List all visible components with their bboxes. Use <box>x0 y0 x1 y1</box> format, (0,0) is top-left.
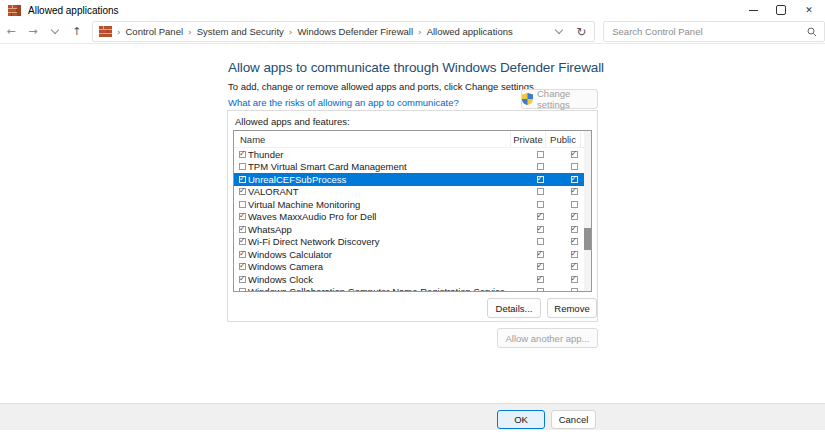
breadcrumb-item-system-security[interactable]: System and Security <box>197 26 284 37</box>
private-checkbox[interactable] <box>537 151 544 158</box>
app-enabled-checkbox[interactable] <box>239 276 246 283</box>
app-name: Virtual Machine Monitoring <box>248 199 360 210</box>
list-scrollbar[interactable] <box>584 131 591 291</box>
app-list-row[interactable]: UnrealCEFSubProcess <box>234 173 591 186</box>
remove-button[interactable]: Remove <box>547 298 597 318</box>
breadcrumb-item-allowed-apps[interactable]: Allowed applications <box>427 26 513 37</box>
risks-link[interactable]: What are the risks of allowing an app to… <box>228 97 459 108</box>
ok-button[interactable]: OK <box>497 410 545 429</box>
app-list-row[interactable]: Windows Collaboration Computer Name Regi… <box>234 286 591 293</box>
app-enabled-checkbox[interactable] <box>239 226 246 233</box>
public-checkbox[interactable] <box>571 288 578 292</box>
app-enabled-checkbox[interactable] <box>239 238 246 245</box>
minimize-icon <box>749 10 758 11</box>
private-checkbox[interactable] <box>537 226 544 233</box>
window-title: Allowed applications <box>28 5 119 16</box>
app-list-row[interactable]: Windows Calculator <box>234 248 591 261</box>
app-enabled-checkbox[interactable] <box>239 176 246 183</box>
app-list-row[interactable]: VALORANT <box>234 186 591 199</box>
change-settings-button[interactable]: Change settings <box>521 89 598 109</box>
app-name: TPM Virtual Smart Card Management <box>248 161 407 172</box>
breadcrumb-separator: › <box>289 27 293 37</box>
app-enabled-checkbox[interactable] <box>239 163 246 170</box>
refresh-button[interactable]: ↻ <box>576 25 586 39</box>
allow-another-app-button[interactable]: Allow another app... <box>497 328 598 348</box>
app-list-row[interactable]: Windows Clock <box>234 273 591 286</box>
breadcrumb-separator: › <box>418 27 422 37</box>
public-checkbox[interactable] <box>571 176 578 183</box>
app-name: Thunder <box>248 149 283 160</box>
app-list-row[interactable]: Windows Camera <box>234 261 591 274</box>
app-enabled-checkbox[interactable] <box>239 263 246 270</box>
page-description: To add, change or remove allowed apps an… <box>228 81 536 92</box>
app-enabled-checkbox[interactable] <box>239 288 246 292</box>
app-list-row[interactable]: Thunder <box>234 148 591 161</box>
public-checkbox[interactable] <box>571 163 578 170</box>
private-checkbox[interactable] <box>537 163 544 170</box>
address-dropdown-button[interactable] <box>556 26 562 37</box>
allowed-apps-list[interactable]: Name Private Public Thunder TPM Virtual … <box>233 130 592 292</box>
column-header-public[interactable]: Public <box>546 131 581 147</box>
cancel-button[interactable]: Cancel <box>551 410 596 429</box>
up-button[interactable]: ↑ <box>66 25 88 38</box>
private-checkbox[interactable] <box>537 213 544 220</box>
app-list-row[interactable]: WhatsApp <box>234 223 591 236</box>
public-checkbox[interactable] <box>571 201 578 208</box>
app-list-row[interactable]: Waves MaxxAudio Pro for Dell <box>234 211 591 224</box>
search-icon <box>807 27 817 37</box>
app-name: Windows Collaboration Computer Name Regi… <box>248 286 505 292</box>
search-input[interactable] <box>604 26 807 37</box>
search-box[interactable] <box>603 21 825 42</box>
public-checkbox[interactable] <box>571 238 578 245</box>
page-title: Allow apps to communicate through Window… <box>228 60 604 75</box>
chevron-down-icon <box>555 26 563 34</box>
public-checkbox[interactable] <box>571 263 578 270</box>
public-checkbox[interactable] <box>571 213 578 220</box>
app-list-row[interactable]: Virtual Machine Monitoring <box>234 198 591 211</box>
app-enabled-checkbox[interactable] <box>239 188 246 195</box>
breadcrumb-separator: › <box>188 27 192 37</box>
app-list-row[interactable]: Wi-Fi Direct Network Discovery <box>234 236 591 249</box>
uac-shield-icon <box>522 93 533 105</box>
minimize-button[interactable] <box>739 0 767 20</box>
list-header: Name Private Public <box>234 131 591 148</box>
breadcrumb-item-control-panel[interactable]: Control Panel <box>125 26 183 37</box>
app-name: Waves MaxxAudio Pro for Dell <box>248 211 376 222</box>
breadcrumb-item-firewall[interactable]: Windows Defender Firewall <box>297 26 413 37</box>
change-settings-label: Change settings <box>537 88 597 110</box>
private-checkbox[interactable] <box>537 201 544 208</box>
recent-pages-button[interactable] <box>44 25 66 38</box>
private-checkbox[interactable] <box>537 176 544 183</box>
app-enabled-checkbox[interactable] <box>239 201 246 208</box>
maximize-icon <box>776 5 786 15</box>
app-list-row[interactable]: TPM Virtual Smart Card Management <box>234 161 591 174</box>
navigation-bar: ← → ↑ › Control Panel › System and Secur… <box>0 20 825 44</box>
app-enabled-checkbox[interactable] <box>239 251 246 258</box>
app-enabled-checkbox[interactable] <box>239 213 246 220</box>
app-name: Wi-Fi Direct Network Discovery <box>248 236 379 247</box>
private-checkbox[interactable] <box>537 188 544 195</box>
private-checkbox[interactable] <box>537 238 544 245</box>
scrollbar-thumb[interactable] <box>584 228 591 250</box>
close-icon: ✕ <box>805 5 813 15</box>
public-checkbox[interactable] <box>571 188 578 195</box>
app-enabled-checkbox[interactable] <box>239 151 246 158</box>
private-checkbox[interactable] <box>537 251 544 258</box>
close-button[interactable]: ✕ <box>795 0 823 20</box>
private-checkbox[interactable] <box>537 263 544 270</box>
public-checkbox[interactable] <box>571 251 578 258</box>
forward-button[interactable]: → <box>22 25 44 38</box>
back-button[interactable]: ← <box>0 25 22 38</box>
public-checkbox[interactable] <box>571 226 578 233</box>
column-header-name[interactable]: Name <box>234 131 511 147</box>
firewall-breadcrumb-icon <box>99 26 112 37</box>
public-checkbox[interactable] <box>571 151 578 158</box>
public-checkbox[interactable] <box>571 276 578 283</box>
private-checkbox[interactable] <box>537 276 544 283</box>
private-checkbox[interactable] <box>537 288 544 292</box>
maximize-button[interactable] <box>767 0 795 20</box>
allowed-apps-label: Allowed apps and features: <box>235 116 350 127</box>
details-button[interactable]: Details... <box>487 298 541 318</box>
column-header-private[interactable]: Private <box>511 131 546 147</box>
app-list-rows: Thunder TPM Virtual Smart Card Managemen… <box>234 148 591 292</box>
